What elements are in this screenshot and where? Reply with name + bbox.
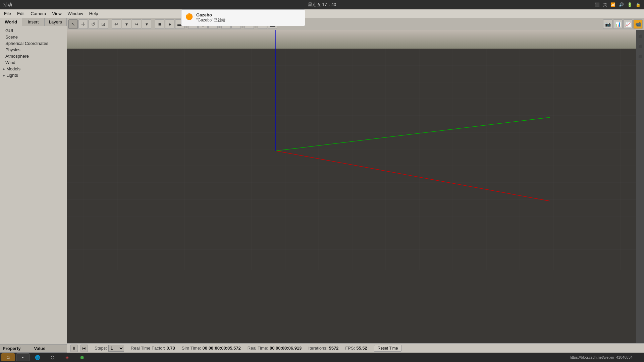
notification-title: Gazebo (196, 12, 225, 17)
left-tree: GUI Scene Spherical Coordinates Physics … (0, 26, 67, 344)
property-panel: Property Value (0, 344, 67, 353)
3d-viewport[interactable]: ⬛ ⬛ ⬛ (67, 30, 644, 343)
vp-tool-3[interactable]: ⬛ (636, 52, 644, 61)
taskbar-grid-icon: ⋯ (636, 355, 640, 359)
real-time-factor-item: Real Time Factor: 0.73 (131, 346, 175, 351)
tab-layers[interactable]: Layers (45, 18, 67, 26)
rtf-label: Real Time Factor: (131, 346, 165, 351)
property-col-label: Property (3, 346, 20, 351)
real-time-item: Real Time: 00 00:00:06.913 (248, 346, 302, 351)
taskbar-url: https://blog.csdn.net/weixin_41046834 (570, 355, 633, 359)
taskbar: 🗂 ▪ 🌐 ⬡ ◈ ⬢ https://blog.csdn.net/weixin… (0, 353, 644, 362)
undo-btn[interactable]: ↩ (112, 19, 121, 29)
sim-controls: ⏸ ⏭ (70, 345, 88, 352)
system-bar-left: 活动 (3, 2, 12, 8)
menu-item-edit[interactable]: Edit (14, 10, 27, 17)
iterations-label: Iterations: (308, 346, 327, 351)
tree-item-atmosphere[interactable]: Atmosphere (0, 53, 67, 59)
fps-value: 55.52 (356, 346, 367, 351)
redo-btn[interactable]: ↪ (132, 19, 141, 29)
system-bar-right: ⬛ 英 📶 🔊 🔋 🔒 (595, 2, 641, 8)
terminal-app-btn[interactable]: ▪ (16, 353, 30, 361)
plot-btn[interactable]: 📈 (623, 19, 633, 29)
sep1 (110, 20, 110, 28)
taskbar-right: https://blog.csdn.net/weixin_41046834 ⋯ (570, 355, 643, 360)
viewport-right-toolbar: ⬛ ⬛ ⬛ (636, 30, 644, 343)
ros-app-btn[interactable]: ◈ (60, 353, 74, 361)
toolbar: ↖ ✛ ↺ ⊡ ↩ ▾ ↪ ▾ ■ ● ▬ ☀ ◎ ⊛ ⊞ ⊟ ⊫ ⌖ ⬛ (67, 18, 644, 30)
real-time-value: 00 00:00:06.913 (270, 346, 302, 351)
property-header: Property Value (0, 345, 67, 353)
tree-item-gui[interactable]: GUI (0, 27, 67, 34)
activity-label: 活动 (3, 2, 12, 8)
video-btn[interactable]: 📹 (633, 19, 643, 29)
steps-control: Steps: 110100 (95, 345, 124, 352)
undo-dropdown-btn[interactable]: ▾ (122, 19, 131, 29)
sphere-shape-btn[interactable]: ● (165, 19, 174, 29)
tab-insert[interactable]: Insert (22, 18, 44, 26)
tree-item-physics[interactable]: Physics (0, 47, 67, 53)
dark-floor (67, 49, 644, 343)
redo-dropdown-btn[interactable]: ▾ (142, 19, 151, 29)
battery-icon[interactable]: 🔋 (627, 2, 632, 7)
main-area: World Insert Layers GUI Scene Spherical … (0, 18, 644, 353)
menu-item-help[interactable]: Help (87, 10, 101, 17)
menu-item-file[interactable]: File (1, 10, 14, 17)
status-bar: ⏸ ⏭ Steps: 110100 Real Time Factor: 0.73… (67, 343, 644, 353)
stack-app-btn[interactable]: ⬢ (75, 353, 89, 361)
log-btn[interactable]: 📊 (613, 19, 623, 29)
network-icon[interactable]: 📶 (610, 2, 615, 7)
lang-selector[interactable]: 英 (603, 2, 607, 8)
steps-label: Steps: (95, 346, 107, 351)
vp-tool-2[interactable]: ⬛ (636, 42, 644, 51)
step-forward-btn[interactable]: ⏭ (80, 345, 88, 352)
iterations-item: Iterations: 5572 (308, 346, 338, 351)
sep2 (153, 20, 153, 28)
left-panel-tabs: World Insert Layers (0, 18, 67, 26)
rotate-tool-btn[interactable]: ↺ (89, 19, 98, 29)
value-col-label: Value (34, 346, 45, 351)
notification-subtitle: "Gazebo"已就绪 (196, 17, 225, 23)
rtf-value: 0.73 (166, 346, 175, 351)
lock-icon[interactable]: 🔒 (636, 2, 641, 7)
taskbar-left: 🗂 ▪ 🌐 ⬡ ◈ ⬢ (1, 353, 89, 361)
real-time-label: Real Time: (248, 346, 268, 351)
tree-item-spherical-coords[interactable]: Spherical Coordinates (0, 40, 67, 47)
tree-item-scene[interactable]: Scene (0, 34, 67, 40)
pause-btn[interactable]: ⏸ (70, 345, 78, 352)
display-icon[interactable]: ⬛ (595, 2, 600, 7)
ground-horizon (67, 30, 644, 49)
sim-time-label: Sim Time: (182, 346, 201, 351)
fps-item: FPS: 55.52 (345, 346, 367, 351)
files-app-btn[interactable]: 🗂 (1, 353, 15, 361)
fps-label: FPS: (345, 346, 355, 351)
menu-item-camera[interactable]: Camera (28, 10, 49, 17)
select-tool-btn[interactable]: ↖ (68, 19, 78, 29)
menu-bar: FileEditCameraViewWindowHelp (0, 9, 644, 18)
screenshot-btn[interactable]: 📷 (603, 19, 612, 29)
system-bar: 活动 星期五 17：40 ⬛ 英 📶 🔊 🔋 🔒 (0, 0, 644, 9)
tree-item-lights[interactable]: Lights (0, 72, 67, 78)
menu-item-window[interactable]: Window (65, 10, 86, 17)
volume-icon[interactable]: 🔊 (619, 2, 624, 7)
pycharm-app-btn[interactable]: ⬡ (46, 353, 59, 361)
notification-popup: 🟠 Gazebo "Gazebo"已就绪 (181, 9, 305, 26)
left-panel: World Insert Layers GUI Scene Spherical … (0, 18, 67, 353)
notification-content: Gazebo "Gazebo"已就绪 (196, 12, 225, 23)
system-time: 星期五 17：40 (308, 2, 336, 8)
gazebo-icon: 🟠 (185, 13, 193, 20)
scale-tool-btn[interactable]: ⊡ (99, 19, 108, 29)
iterations-value: 5572 (329, 346, 338, 351)
chrome-app-btn[interactable]: 🌐 (31, 353, 44, 361)
steps-select[interactable]: 110100 (108, 345, 124, 352)
box-shape-btn[interactable]: ■ (155, 19, 164, 29)
menu-item-view[interactable]: View (50, 10, 64, 17)
vp-tool-1[interactable]: ⬛ (636, 32, 644, 41)
translate-tool-btn[interactable]: ✛ (78, 19, 88, 29)
tree-item-wind[interactable]: Wind (0, 59, 67, 66)
tab-world[interactable]: World (0, 18, 22, 26)
sim-time-value: 00 00:00:00:05.572 (203, 346, 241, 351)
tree-item-models[interactable]: Models (0, 66, 67, 72)
reset-time-btn[interactable]: Reset Time (374, 345, 402, 352)
sim-time-item: Sim Time: 00 00:00:00:05.572 (182, 346, 241, 351)
